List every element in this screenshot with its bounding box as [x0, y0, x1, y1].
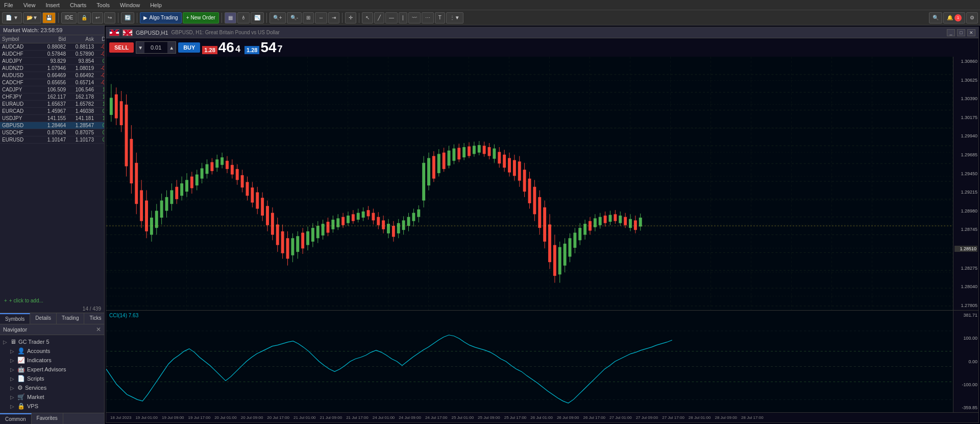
time-label: 24 Jul 01:00 [371, 415, 397, 420]
svg-rect-166 [483, 146, 486, 154]
nav-item-indicators[interactable]: ▷ 📈 Indicators [0, 356, 104, 365]
tab-ticks[interactable]: Ticks [84, 313, 107, 324]
lock-btn[interactable]: 🔒 [78, 12, 91, 23]
nav-item-services[interactable]: ▷ ⚙ Services [0, 383, 104, 392]
crosshair-btn[interactable]: ✛ [345, 12, 356, 23]
zoom-out-btn[interactable]: 🔍- [287, 12, 302, 23]
lot-increase-btn[interactable]: ▲ [167, 42, 176, 53]
redo-btn[interactable]: ↪ [104, 12, 115, 23]
symbol-name: AUDNZD [2, 65, 38, 71]
market-watch-row[interactable]: CHFJPY 162.117 162.178 1.12% [0, 93, 104, 101]
nav-item-scripts[interactable]: ▷ 📄 Scripts [0, 374, 104, 383]
menu-window[interactable]: Window [118, 2, 142, 8]
nav-item-vps[interactable]: ▷ 🔒 VPS [0, 402, 104, 411]
vline-btn[interactable]: | [399, 12, 407, 23]
ask-price: 1.08019 [66, 65, 94, 71]
chart-minimize-btn[interactable]: _ [947, 29, 955, 36]
market-watch-row[interactable]: EURUSD 1.10147 1.10173 0.35% [0, 136, 104, 144]
new-file-btn[interactable]: 📄▼ [2, 12, 22, 23]
buy-button[interactable]: BUY [178, 42, 200, 53]
svg-rect-24 [125, 105, 128, 167]
lot-decrease-btn[interactable]: ▼ [136, 42, 144, 53]
ask-price: 162.178 [66, 94, 94, 100]
search-btn[interactable]: 🔍 [929, 12, 942, 23]
symbol-name: EURAUD [2, 101, 38, 107]
bar-chart-btn[interactable]: ▦ [225, 12, 236, 23]
menu-insert[interactable]: Insert [43, 2, 62, 8]
svg-rect-130 [392, 226, 395, 237]
cci-label: CCI(14) 7.63 [109, 313, 138, 318]
new-order-btn[interactable]: + New Order [183, 12, 219, 23]
grid-btn[interactable]: ⊞ [303, 12, 314, 23]
algo-trading-btn[interactable]: ▶ Algo Trading [140, 12, 181, 23]
candle-btn[interactable]: 🕯 [237, 12, 250, 23]
menu-help[interactable]: Help [148, 2, 164, 8]
scroll-btn[interactable]: ↔ [315, 12, 327, 23]
nav-tab-common[interactable]: Common [0, 413, 32, 424]
market-watch-row[interactable]: AUDUSD 0.66469 0.66492 -0.92% [0, 72, 104, 79]
navigator-close-btn[interactable]: ✕ [96, 326, 101, 333]
time-label: 24 Jul 09:00 [397, 415, 423, 420]
nav-item-market[interactable]: ▷ 🛒 Market [0, 392, 104, 402]
sell-button[interactable]: SELL [109, 42, 134, 53]
undo-btn[interactable]: ↩ [92, 12, 103, 23]
lot-input[interactable] [144, 42, 167, 53]
channel-btn[interactable]: ⋯ [422, 12, 434, 23]
ask-price: 0.66492 [66, 73, 94, 78]
menu-charts[interactable]: Charts [68, 2, 88, 8]
settings-btn[interactable]: ⚙ [966, 12, 978, 23]
nav-tab-favorites[interactable]: Favorites [32, 413, 63, 424]
chart-main[interactable]: 1.30860 1.30625 1.30390 1.30175 1.29940 … [106, 57, 978, 310]
svg-rect-162 [473, 146, 476, 154]
chart-maximize-btn[interactable]: □ [957, 29, 965, 36]
nav-item-expert-advisors[interactable]: ▷ 🤖 Expert Advisors [0, 365, 104, 374]
market-watch-row[interactable]: AUDJPY 93.829 93.854 0.36% [0, 58, 104, 65]
tab-details[interactable]: Details [30, 313, 57, 324]
market-watch-row[interactable]: EURAUD 1.65637 1.65782 1.25% [0, 101, 104, 108]
more-tools-btn[interactable]: ⋮▼ [446, 12, 463, 23]
market-watch-row[interactable]: CADCHF 0.65656 0.65714 -0.06% [0, 79, 104, 86]
svg-rect-142 [422, 163, 425, 201]
autoscroll-btn[interactable]: ⇥ [328, 12, 339, 23]
chart-close-btn[interactable]: ✕ [967, 29, 975, 36]
tab-trading[interactable]: Trading [57, 313, 85, 324]
nav-item-accounts[interactable]: ▷ 👤 Accounts [0, 346, 104, 356]
nav-item-gc-trader-5[interactable]: ▷ 🖥 GC Trader 5 [0, 337, 104, 346]
market-watch-row[interactable]: CADJPY 106.509 106.546 1.08% [0, 86, 104, 93]
add-symbol-row[interactable]: + + click to add... [0, 296, 104, 305]
price-level-5: 1.29940 [954, 133, 977, 138]
svg-rect-216 [609, 215, 612, 222]
col-bid: Bid [38, 36, 66, 42]
ask-price: 0.65714 [66, 80, 94, 85]
svg-rect-66 [231, 165, 234, 175]
line-chart-btn[interactable]: 📉 [251, 12, 264, 23]
symbol-count: 14 / 439 [0, 305, 104, 313]
market-watch-row[interactable]: USDJPY 141.155 141.181 1.22% [0, 115, 104, 122]
market-watch-row[interactable]: USDCHF 0.87024 0.87075 0.17% [0, 129, 104, 136]
nav-item-label: Indicators [27, 357, 52, 363]
save-btn[interactable]: 💾 [42, 12, 56, 23]
time-label: 21 Jul 17:00 [344, 415, 371, 420]
market-watch-row[interactable]: GBPUSD 1.28464 1.28547 0.40% [0, 122, 104, 129]
open-btn[interactable]: 📂▼ [23, 12, 41, 23]
fib-btn[interactable]: 〰 [408, 12, 421, 23]
expand-icon: ▷ [10, 358, 15, 363]
tab-symbols[interactable]: Symbols [0, 313, 30, 324]
text-btn[interactable]: T [435, 12, 445, 23]
hline-btn[interactable]: — [385, 12, 398, 23]
market-watch-row[interactable]: AUDCHF 0.57848 0.57890 -0.76% [0, 51, 104, 58]
market-watch-row[interactable]: EURCAD 1.45967 1.46038 0.57% [0, 108, 104, 115]
ide-btn[interactable]: IDE [61, 12, 77, 23]
refresh-btn[interactable]: 🔄 [121, 12, 134, 23]
market-watch-row[interactable]: AUDCAD 0.88082 0.88113 -0.70% [0, 43, 104, 51]
svg-rect-50 [190, 177, 193, 189]
zoom-in-btn[interactable]: 🔍+ [270, 12, 286, 23]
line-btn[interactable]: ╱ [374, 12, 384, 23]
market-watch-row[interactable]: AUDNZD 1.07946 1.08019 -0.51% [0, 65, 104, 72]
cursor-btn[interactable]: ↖ [362, 12, 373, 23]
notification-btn[interactable]: 🔔 1 [943, 12, 965, 23]
menu-file[interactable]: File [2, 2, 15, 8]
menu-view[interactable]: View [21, 2, 38, 8]
menu-tools[interactable]: Tools [94, 2, 112, 8]
time-label: 26 Jul 17:00 [581, 415, 607, 420]
